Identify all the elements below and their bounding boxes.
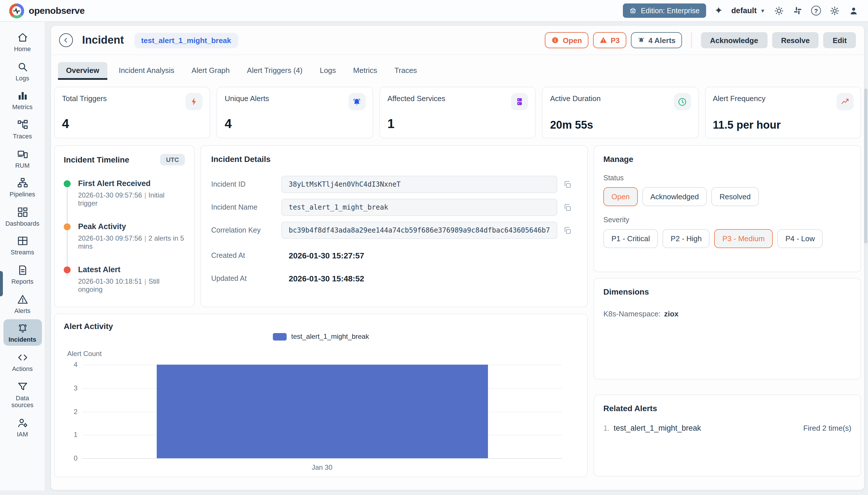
copy-icon[interactable] — [557, 226, 577, 235]
sidebar-item-logs[interactable]: Logs — [3, 58, 41, 84]
openobserve-logo-icon — [9, 3, 24, 18]
bell-icon — [348, 93, 366, 110]
sidebar-item-traces[interactable]: Traces — [3, 116, 41, 142]
timeline-dot-green — [64, 180, 71, 187]
status-option-open[interactable]: Open — [603, 187, 638, 206]
sidebar-item-metrics[interactable]: Metrics — [3, 87, 41, 113]
sidebar-item-data-sources[interactable]: Data sources — [3, 378, 41, 411]
copy-icon[interactable] — [557, 180, 577, 189]
theme-sun-icon[interactable] — [774, 5, 784, 16]
chart-title: Alert Activity — [64, 322, 113, 331]
document-icon — [16, 264, 29, 276]
back-button[interactable] — [59, 33, 73, 47]
tab-overview[interactable]: Overview — [58, 62, 107, 79]
scrollbar-thumb[interactable] — [864, 88, 867, 243]
resolve-button[interactable]: Resolve — [772, 32, 819, 48]
detail-row-updated-at: Updated At 2026-01-30 15:48:52 — [211, 270, 577, 287]
severity-option-p1[interactable]: P1 - Critical — [603, 229, 658, 248]
tab-metrics[interactable]: Metrics — [347, 62, 383, 79]
brand-logo[interactable]: openobserve — [9, 3, 85, 18]
incident-name-field: test_alert_1_might_break — [281, 199, 557, 216]
tab-logs[interactable]: Logs — [314, 62, 342, 79]
fired-count: Fired 2 time(s) — [803, 424, 851, 432]
edition-icon — [629, 7, 637, 14]
timeline-events: First Alert Received 2026-01-30 09:57:56… — [64, 179, 185, 293]
related-alert-row[interactable]: 1. test_alert_1_might_break Fired 2 time… — [603, 424, 851, 432]
tab-alert-graph[interactable]: Alert Graph — [186, 62, 236, 79]
incident-id-field: 38yLtMsKTlj4en0VhC4dI3NxneT — [281, 176, 557, 193]
incident-detail-panel: Incident test_alert_1_might_break Open P… — [51, 25, 865, 490]
severity-option-p4[interactable]: P4 - Low — [777, 229, 823, 248]
tab-bar: Overview Incident Analysis Alert Graph A… — [51, 55, 864, 79]
related-alerts-title: Related Alerts — [603, 404, 657, 413]
sidebar-item-actions[interactable]: Actions — [3, 348, 41, 375]
manage-card: Manage Status Open Acknowledged Resolved… — [594, 145, 861, 272]
tab-incident-analysis[interactable]: Incident Analysis — [113, 62, 180, 79]
dimensions-title: Dimensions — [603, 287, 649, 296]
sidebar-nav: Home Logs Metrics Traces RUM Pipelines D… — [0, 22, 45, 490]
timeline-event: First Alert Received 2026-01-30 09:57:56… — [64, 179, 185, 207]
related-alerts-card: Related Alerts 1. test_alert_1_might_bre… — [594, 394, 861, 477]
sidebar-item-home[interactable]: Home — [3, 29, 41, 55]
status-option-acknowledged[interactable]: Acknowledged — [642, 187, 707, 206]
alerts-count-badge: 4 Alerts — [631, 32, 682, 48]
chart-legend[interactable]: test_alert_1_might_break — [273, 332, 369, 341]
bar-jan-30[interactable] — [157, 365, 488, 458]
bell-icon — [16, 322, 29, 335]
edition-badge: Edition: Enterprise — [623, 3, 706, 18]
manage-title: Manage — [603, 154, 633, 164]
incident-name-pill: test_alert_1_might_break — [134, 32, 238, 48]
sidebar-item-incidents[interactable]: Incidents — [3, 320, 41, 346]
sidebar-item-dashboards[interactable]: Dashboards — [3, 203, 41, 229]
help-icon[interactable]: ? — [811, 6, 821, 16]
table-icon — [16, 235, 29, 247]
acknowledge-button[interactable]: Acknowledge — [701, 32, 767, 48]
sidebar-item-pipelines[interactable]: Pipelines — [3, 174, 41, 200]
sidebar-active-indicator — [0, 271, 3, 296]
timeline-title: Incident Timeline — [64, 155, 129, 164]
timeline-dot-orange — [64, 223, 71, 230]
y-axis-title: Alert Count — [67, 350, 102, 358]
severity-option-p2[interactable]: P2 - High — [662, 229, 710, 248]
trending-icon — [836, 93, 854, 110]
tab-alert-triggers[interactable]: Alert Triggers (4) — [241, 62, 308, 79]
sidebar-item-rum[interactable]: RUM — [3, 145, 41, 171]
search-icon — [16, 61, 29, 73]
code-icon — [16, 352, 29, 363]
overview-content: Incident Timeline UTC First Alert Receiv… — [51, 138, 864, 477]
x-axis-tick: Jan 30 — [299, 463, 345, 472]
bar-chart-plot: 4 3 2 1 0 Jan 30 — [82, 365, 562, 458]
bell-icon — [637, 36, 645, 44]
info-icon — [551, 36, 559, 44]
stats-row: Total Triggers 4 Unique Alerts 4 Affecte… — [51, 79, 864, 138]
funnel-icon — [16, 380, 29, 392]
sidebar-item-iam[interactable]: IAM — [3, 414, 41, 440]
sidebar-item-streams[interactable]: Streams — [3, 232, 41, 258]
openobserve-app: openobserve Edition: Enterprise ✦ defaul… — [0, 0, 868, 495]
user-icon[interactable] — [849, 5, 859, 16]
copy-icon[interactable] — [557, 203, 577, 211]
status-option-resolved[interactable]: Resolved — [712, 187, 759, 206]
incident-timeline-card: Incident Timeline UTC First Alert Receiv… — [54, 145, 195, 307]
detail-row-created-at: Created At 2026-01-30 15:27:57 — [211, 247, 577, 264]
org-selector[interactable]: default ▼ — [731, 6, 765, 15]
vertical-scrollbar[interactable] — [864, 25, 867, 490]
sidebar-item-reports[interactable]: Reports — [3, 261, 41, 287]
timeline-dot-red — [64, 267, 71, 273]
severity-option-p3[interactable]: P3 - Medium — [714, 229, 773, 248]
tab-traces[interactable]: Traces — [389, 62, 423, 79]
page-title: Incident — [82, 34, 124, 47]
ai-sparkle-icon[interactable]: ✦ — [714, 6, 723, 16]
divider — [691, 32, 692, 48]
stat-card-affected-services: Affected Services 1 — [380, 87, 536, 138]
dimension-entry: K8s-Namespace:ziox — [603, 309, 851, 318]
status-options: Open Acknowledged Resolved — [603, 187, 851, 206]
stat-card-total-triggers: Total Triggers 4 — [54, 87, 210, 138]
edit-button[interactable]: Edit — [823, 32, 856, 48]
slack-icon[interactable] — [793, 6, 802, 16]
sidebar-item-alerts[interactable]: Alerts — [3, 291, 41, 317]
severity-options: P1 - Critical P2 - High P3 - Medium P4 -… — [603, 229, 851, 248]
top-bar: openobserve Edition: Enterprise ✦ defaul… — [0, 0, 868, 22]
timeline-event: Latest Alert 2026-01-30 10:18:51|Still o… — [64, 265, 185, 293]
settings-gear-icon[interactable] — [830, 5, 840, 16]
